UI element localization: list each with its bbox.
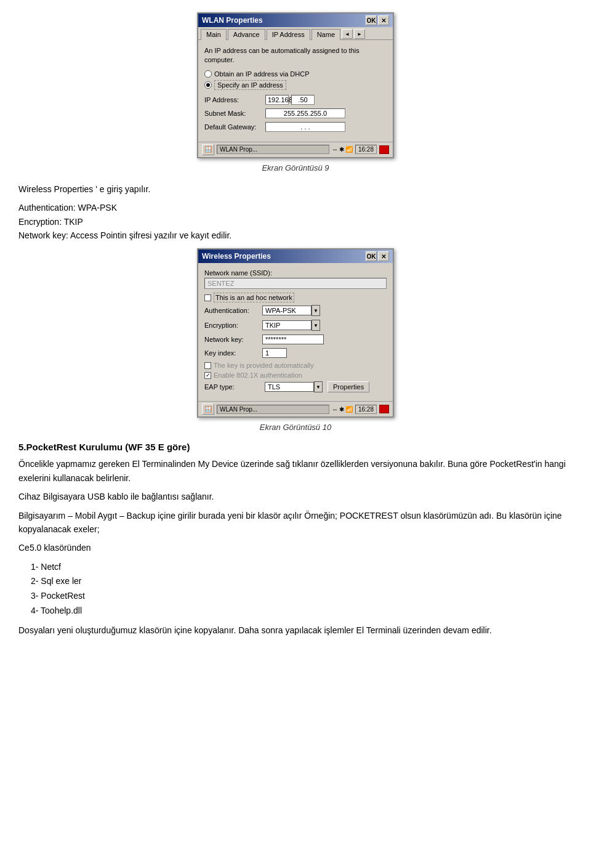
list-item-3: 3- PocketRest	[31, 589, 573, 604]
dialog1-ok-button[interactable]: OK	[366, 15, 377, 25]
taskbar-time-1: 16:28	[355, 145, 377, 154]
eap-select-box[interactable]: TLS	[265, 382, 314, 392]
para3: Bilgisayarım – Mobil Aygıt – Backup için…	[18, 509, 573, 537]
key-index-label: Key index:	[204, 349, 260, 357]
auto-key-row[interactable]: The key is provided automatically	[204, 362, 387, 369]
taskbar-icon-arrow: ↔	[332, 146, 338, 153]
body-text-2: Authentication: WPA-PSK Encryption: TKIP…	[18, 201, 573, 242]
key-input[interactable]: ********	[262, 335, 324, 344]
tab-main[interactable]: Main	[201, 29, 227, 40]
key-index-input[interactable]: 1	[262, 348, 287, 358]
dialog1-info-text: An IP address can be automatically assig…	[204, 46, 387, 65]
eap-select-arrow[interactable]: ▼	[314, 381, 323, 392]
dialog1-close-button[interactable]: ✕	[378, 15, 389, 25]
tab-advance[interactable]: Advance	[228, 29, 265, 40]
taskbar-icons-2: ↔ ✱ 📶	[332, 406, 353, 413]
taskbar2-icon-bt: ✱	[339, 406, 344, 413]
body-line-1: Wireless Properties ' e giriş yapılır.	[18, 184, 150, 194]
para1: Öncelikle yapmamız gereken El Terminalin…	[18, 457, 573, 485]
dialog1-tabs: Main Advance IP Address Name ◄ ►	[198, 27, 393, 40]
auth-select[interactable]: WPA-PSK ▼	[262, 305, 320, 316]
key-label: Network key:	[204, 336, 260, 343]
ip-address-row: IP Address: 192.168.1 .50	[204, 95, 387, 105]
enc-select-box[interactable]: TKIP	[262, 320, 312, 330]
caption1: Ekran Görüntüsü 9	[18, 163, 573, 172]
list-item-2: 2- Sql exe ler	[31, 574, 573, 589]
auth-select-arrow[interactable]: ▼	[312, 305, 320, 316]
taskbar-item-1[interactable]: WLAN Prop...	[217, 145, 329, 154]
eap-select[interactable]: TLS ▼	[265, 381, 323, 392]
key-row: Network key: ********	[204, 335, 387, 344]
taskbar2-start-btn[interactable]: 🪟	[202, 404, 214, 415]
ssid-input[interactable]	[204, 278, 387, 289]
taskbar-icon-wifi: 📶	[345, 146, 353, 153]
body-line-enc: Encryption: TKIP	[18, 217, 83, 227]
ssid-label: Network name (SSID):	[204, 269, 387, 277]
enc-row: Encryption: TKIP ▼	[204, 320, 387, 331]
taskbar-en-icon	[379, 145, 389, 154]
enable-8021x-row[interactable]: Enable 802.1X authentication	[204, 371, 387, 379]
subnet-mask-row: Subnet Mask: 255.255.255.0	[204, 108, 387, 118]
tab-nav-right[interactable]: ►	[354, 29, 365, 39]
caption2: Ekran Görüntüsü 10	[18, 423, 573, 432]
sub-title: Ce5.0 klasöründen	[18, 541, 573, 554]
radio-specify-circle[interactable]	[204, 81, 212, 89]
dialog1-titlebar-buttons: OK ✕	[366, 15, 389, 25]
gateway-label: Default Gateway:	[204, 123, 263, 131]
gateway-input[interactable]: . . .	[265, 122, 345, 132]
taskbar-icons-1: ↔ ✱ 📶	[332, 146, 353, 153]
ip-address-label: IP Address:	[204, 96, 263, 103]
radio-specify[interactable]: Specify an IP address	[204, 80, 387, 90]
key-index-row: Key index: 1	[204, 348, 387, 358]
auto-key-checkbox[interactable]	[204, 362, 211, 369]
para4: Dosyaları yeni oluşturduğumuz klasörün i…	[18, 623, 573, 637]
ip-seg2[interactable]: .50	[291, 95, 315, 105]
ip-seg1[interactable]: 192.168.1	[265, 95, 289, 105]
dialog1-title: WLAN Properties	[202, 16, 366, 25]
list-item-1: 1- Netcf	[31, 560, 573, 575]
taskbar-time-2: 16:28	[355, 405, 377, 414]
taskbar2-en-icon	[379, 405, 389, 413]
properties-button[interactable]: Properties	[328, 381, 369, 392]
body-text-1: Wireless Properties ' e giriş yapılır.	[18, 182, 573, 196]
radio-dhcp-circle[interactable]	[204, 70, 212, 78]
eap-row: EAP type: TLS ▼ Properties	[204, 381, 387, 392]
subnet-mask-input[interactable]: 255.255.255.0	[265, 108, 345, 118]
dialog2-wrapper: Wireless Properties OK ✕ Network name (S…	[18, 248, 573, 418]
auth-select-box[interactable]: WPA-PSK	[262, 306, 312, 315]
list-item-4: 4- Toohelp.dll	[31, 604, 573, 619]
radio-dhcp-label: Obtain an IP address via DHCP	[214, 70, 309, 78]
enc-label: Encryption:	[204, 322, 260, 329]
subnet-mask-label: Subnet Mask:	[204, 110, 263, 117]
taskbar-start-btn[interactable]: 🪟	[202, 144, 214, 155]
section-title: 5.PocketRest Kurulumu (WF 35 E göre)	[18, 442, 573, 452]
enc-select[interactable]: TKIP ▼	[262, 320, 320, 331]
dialog2-title: Wireless Properties	[202, 252, 366, 261]
taskbar-item-2[interactable]: WLAN Prop...	[217, 405, 329, 414]
adhoc-checkbox[interactable]	[204, 294, 211, 301]
enable-8021x-label: Enable 802.1X authentication	[214, 371, 302, 379]
dialog1-content: An IP address can be automatically assig…	[198, 40, 393, 142]
auto-key-label: The key is provided automatically	[214, 362, 314, 369]
dialog2-close-button[interactable]: ✕	[378, 251, 389, 261]
taskbar2-icon-wifi: 📶	[345, 406, 353, 413]
para2: Cihaz Bilgisayara USB kablo ile bağlantı…	[18, 490, 573, 503]
ip-address-input[interactable]: 192.168.1 .50	[265, 95, 315, 105]
tab-ip-address[interactable]: IP Address	[267, 29, 310, 40]
gateway-row: Default Gateway: . . .	[204, 122, 387, 132]
adhoc-row[interactable]: This is an ad hoc network	[204, 293, 387, 302]
body-line-auth: Authentication: WPA-PSK	[18, 203, 117, 213]
eap-label: EAP type:	[204, 383, 260, 391]
tab-name[interactable]: Name	[312, 29, 340, 40]
dialog2-ok-button[interactable]: OK	[366, 251, 377, 261]
wireless-properties-dialog: Wireless Properties OK ✕ Network name (S…	[197, 248, 394, 418]
enc-select-arrow[interactable]: ▼	[312, 320, 320, 331]
dialog2-titlebar: Wireless Properties OK ✕	[198, 249, 393, 263]
dialog2-taskbar: 🪟 WLAN Prop... ↔ ✱ 📶 16:28	[198, 401, 393, 416]
radio-dhcp[interactable]: Obtain an IP address via DHCP	[204, 70, 387, 78]
enable-8021x-checkbox[interactable]	[204, 372, 211, 379]
tab-nav-left[interactable]: ◄	[342, 29, 353, 39]
taskbar-icon-bt: ✱	[339, 146, 344, 153]
dialog1-wrapper: WLAN Properties OK ✕ Main Advance IP Add…	[18, 12, 573, 158]
auth-row: Authentication: WPA-PSK ▼	[204, 305, 387, 316]
